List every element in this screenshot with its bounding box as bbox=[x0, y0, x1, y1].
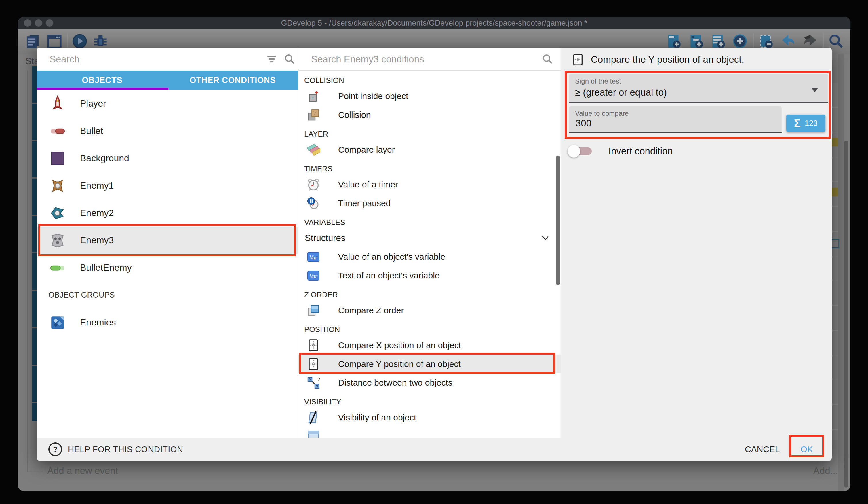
object-row-player[interactable]: Player bbox=[37, 90, 298, 117]
scene-window-icon[interactable] bbox=[46, 33, 63, 50]
panel-tabs: OBJECTS OTHER CONDITIONS bbox=[37, 71, 298, 90]
object-label: Background bbox=[80, 153, 129, 164]
section-layer: LAYER bbox=[298, 124, 561, 140]
condition-label: Text of an object's variable bbox=[338, 271, 440, 281]
object-row-bulletenemy[interactable]: BulletEnemy bbox=[37, 254, 298, 281]
enemy3-ship-icon bbox=[48, 231, 67, 250]
toggle-knob[interactable] bbox=[568, 145, 580, 158]
invert-condition-toggle[interactable] bbox=[569, 148, 592, 155]
active-tab-underline bbox=[37, 88, 168, 90]
object-label: Enemy2 bbox=[80, 208, 114, 218]
events-scrollbar[interactable] bbox=[844, 141, 848, 487]
conditions-scrollbar-thumb[interactable] bbox=[556, 155, 560, 285]
debug-icon[interactable] bbox=[92, 33, 109, 50]
condition-timer-paused[interactable]: Timer paused bbox=[298, 194, 561, 213]
search-icon bbox=[284, 53, 295, 65]
cancel-button[interactable]: CANCEL bbox=[745, 444, 779, 454]
add-event-icon[interactable] bbox=[666, 33, 683, 50]
undo-icon[interactable] bbox=[780, 33, 797, 50]
value-to-compare-label: Value to compare bbox=[575, 109, 629, 118]
player-ship-icon bbox=[48, 94, 67, 113]
condition-label: Point inside object bbox=[338, 91, 409, 101]
object-row-bullet[interactable]: Bullet bbox=[37, 117, 298, 144]
sign-of-test-select[interactable]: Sign of the test ≥ (greater or equal to) bbox=[569, 74, 828, 103]
value-to-compare-field: Value to compare bbox=[569, 106, 782, 133]
chevron-down-icon[interactable] bbox=[541, 234, 550, 242]
tab-objects[interactable]: OBJECTS bbox=[37, 71, 167, 90]
group-row-enemies[interactable]: Enemies bbox=[37, 309, 298, 336]
svg-text:Var: Var bbox=[309, 254, 318, 261]
object-label: Player bbox=[80, 98, 106, 109]
sign-of-test-label: Sign of the test bbox=[575, 77, 621, 85]
compare-y-position-icon bbox=[571, 53, 585, 66]
add-circle-icon[interactable] bbox=[732, 33, 748, 50]
condition-label: Compare X position of an object bbox=[338, 340, 461, 350]
add-comment-icon[interactable] bbox=[710, 33, 727, 50]
section-visibility: VISIBILITY bbox=[298, 392, 561, 408]
section-collision: COLLISION bbox=[298, 71, 561, 87]
condition-text-of-object-variable[interactable]: Var Text of an object's variable bbox=[298, 266, 561, 285]
condition-label: Timer paused bbox=[338, 199, 391, 208]
object-row-enemy3-selected[interactable]: Enemy3 bbox=[37, 226, 298, 254]
condition-label: Compare layer bbox=[338, 145, 395, 155]
timer-icon bbox=[306, 177, 321, 192]
expression-editor-button[interactable]: Σ 123 bbox=[786, 115, 825, 132]
condition-compare-layer[interactable]: Compare layer bbox=[298, 140, 561, 159]
toolbar-separator bbox=[753, 33, 754, 50]
condition-visibility-of-object[interactable]: Visibility of an object bbox=[298, 408, 561, 427]
dialog-footer: ? HELP FOR THIS CONDITION CANCEL OK bbox=[37, 438, 832, 461]
add-button[interactable]: Add... bbox=[795, 465, 838, 476]
help-icon[interactable]: ? bbox=[48, 442, 62, 456]
condition-editor-dialog: OBJECTS OTHER CONDITIONS Player Bullet bbox=[37, 48, 832, 461]
objects-panel: OBJECTS OTHER CONDITIONS Player Bullet bbox=[37, 48, 298, 438]
compare-y-position-icon bbox=[306, 356, 321, 372]
object-row-background[interactable]: Background bbox=[37, 144, 298, 172]
project-manager-icon[interactable] bbox=[25, 33, 41, 50]
object-label: Enemy1 bbox=[80, 180, 114, 191]
events-tree-line bbox=[27, 70, 28, 472]
ok-button[interactable]: OK bbox=[797, 444, 817, 454]
condition-label: Visibility of an object bbox=[338, 413, 416, 423]
condition-value-of-a-timer[interactable]: Value of a timer bbox=[298, 175, 561, 194]
redo-icon[interactable] bbox=[802, 33, 818, 50]
bullet-icon bbox=[48, 122, 67, 140]
object-row-enemy2[interactable]: Enemy2 bbox=[37, 199, 298, 226]
conditions-search-input[interactable] bbox=[311, 48, 495, 71]
objects-search-input[interactable] bbox=[49, 48, 233, 71]
condition-point-inside-object[interactable]: Point inside object bbox=[298, 87, 561, 105]
green-bullet-icon bbox=[48, 259, 67, 277]
conditions-search-row bbox=[298, 48, 561, 71]
condition-value-of-object-variable[interactable]: Var Value of an object's variable bbox=[298, 248, 561, 266]
structures-expandable-row[interactable]: Structures bbox=[298, 229, 561, 248]
events-tree-line bbox=[27, 472, 43, 472]
condition-label: Collision bbox=[338, 110, 371, 120]
structures-label: Structures bbox=[305, 233, 345, 243]
value-to-compare-input[interactable] bbox=[575, 118, 746, 129]
filter-icon[interactable] bbox=[267, 54, 277, 64]
section-z-order: Z ORDER bbox=[298, 285, 561, 301]
search-events-icon[interactable] bbox=[828, 33, 844, 50]
condition-parameters-panel: Compare the Y position of an object. Sig… bbox=[561, 48, 832, 438]
events-gutter bbox=[838, 54, 844, 491]
window-icon bbox=[306, 429, 321, 438]
section-variables: VARIABLES bbox=[298, 213, 561, 229]
object-row-enemy1[interactable]: Enemy1 bbox=[37, 172, 298, 199]
play-icon[interactable] bbox=[71, 33, 88, 50]
compare-layer-icon bbox=[306, 142, 321, 157]
add-new-event-button[interactable]: Add a new event bbox=[47, 465, 118, 476]
condition-collision[interactable]: Collision bbox=[298, 105, 561, 124]
condition-row-partial[interactable] bbox=[298, 427, 561, 438]
condition-compare-z-order[interactable]: Compare Z order bbox=[298, 301, 561, 320]
search-icon bbox=[541, 53, 553, 65]
add-subevent-icon[interactable] bbox=[689, 33, 705, 50]
events-condition-column bbox=[32, 66, 37, 421]
condition-compare-y-position-selected[interactable]: Compare Y position of an object bbox=[298, 354, 561, 373]
remove-event-icon[interactable] bbox=[758, 33, 775, 50]
visibility-icon bbox=[306, 410, 321, 425]
dropdown-arrow-icon bbox=[811, 88, 818, 92]
help-link[interactable]: HELP FOR THIS CONDITION bbox=[68, 445, 183, 454]
timer-paused-icon bbox=[306, 196, 321, 211]
condition-compare-x-position[interactable]: Compare X position of an object bbox=[298, 336, 561, 354]
tab-other-conditions[interactable]: OTHER CONDITIONS bbox=[167, 71, 298, 90]
condition-distance-between-objects[interactable]: ? Distance between two objects bbox=[298, 373, 561, 392]
